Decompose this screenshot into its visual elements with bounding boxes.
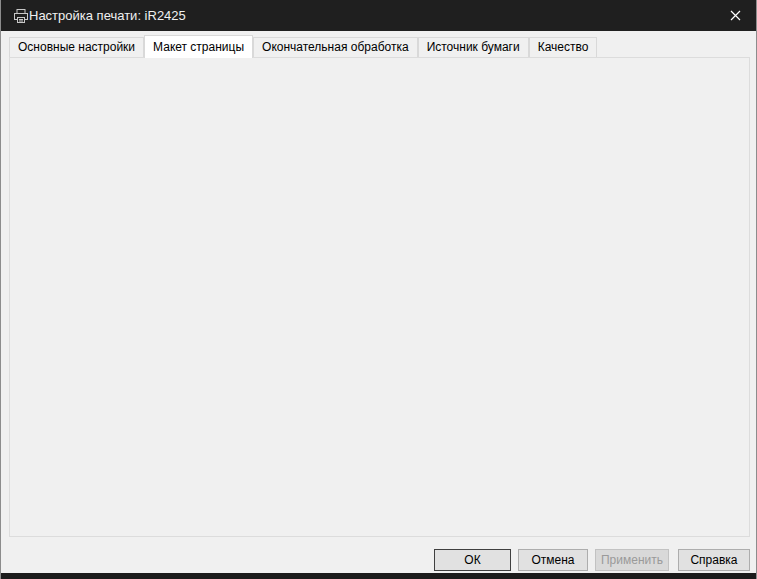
tab-bar: Основные настройки Макет страницы Оконча…	[9, 36, 597, 58]
tab-page-setup[interactable]: Макет страницы	[144, 35, 253, 58]
help-button[interactable]: Справка	[678, 549, 750, 571]
tab-paper-source[interactable]: Источник бумаги	[418, 37, 529, 57]
tab-finishing[interactable]: Окончательная обработка	[253, 37, 418, 57]
window-title: Настройка печати: iR2425	[29, 8, 186, 23]
printer-icon	[13, 8, 29, 24]
close-button[interactable]	[713, 0, 757, 31]
print-settings-dialog: Настройка печати: iR2425 Основные настро…	[0, 0, 757, 579]
tab-main-settings[interactable]: Основные настройки	[9, 37, 144, 57]
cancel-button[interactable]: Отмена	[518, 549, 588, 571]
window-bottom-border	[1, 573, 757, 579]
tab-page	[9, 57, 750, 537]
apply-button: Применить	[595, 549, 669, 571]
tab-quality[interactable]: Качество	[529, 37, 598, 57]
close-icon	[730, 10, 741, 21]
ok-button[interactable]: ОК	[434, 549, 511, 571]
titlebar: Настройка печати: iR2425	[1, 0, 757, 31]
